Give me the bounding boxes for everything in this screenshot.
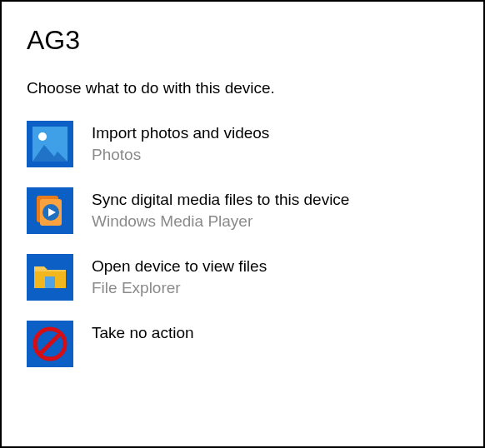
- option-title: Open device to view files: [92, 256, 267, 277]
- option-title: Sync digital media files to this device: [92, 189, 349, 211]
- photos-icon: [27, 121, 73, 167]
- no-action-icon: [27, 321, 73, 367]
- option-subtitle: Photos: [92, 144, 269, 166]
- svg-point-1: [38, 132, 47, 141]
- media-player-icon: [27, 187, 73, 234]
- option-no-action[interactable]: Take no action: [27, 321, 458, 367]
- dialog-subtitle: Choose what to do with this device.: [27, 79, 458, 97]
- option-text: Take no action: [92, 321, 194, 344]
- option-subtitle: Windows Media Player: [92, 211, 349, 232]
- option-subtitle: File Explorer: [92, 277, 267, 299]
- svg-line-10: [40, 334, 60, 354]
- device-title: AG3: [27, 25, 458, 56]
- autoplay-dialog: AG3 Choose what to do with this device. …: [0, 0, 485, 448]
- option-title: Import photos and videos: [92, 122, 269, 144]
- option-import-photos[interactable]: Import photos and videos Photos: [27, 121, 458, 167]
- option-file-explorer[interactable]: Open device to view files File Explorer: [27, 254, 458, 301]
- option-sync-media[interactable]: Sync digital media files to this device …: [27, 187, 458, 234]
- file-explorer-icon: [27, 254, 73, 301]
- options-list: Import photos and videos Photos Sync dig…: [27, 121, 458, 367]
- option-text: Sync digital media files to this device …: [92, 187, 349, 231]
- svg-rect-8: [45, 276, 55, 288]
- option-title: Take no action: [92, 322, 194, 344]
- option-text: Import photos and videos Photos: [92, 121, 269, 165]
- option-text: Open device to view files File Explorer: [92, 254, 267, 298]
